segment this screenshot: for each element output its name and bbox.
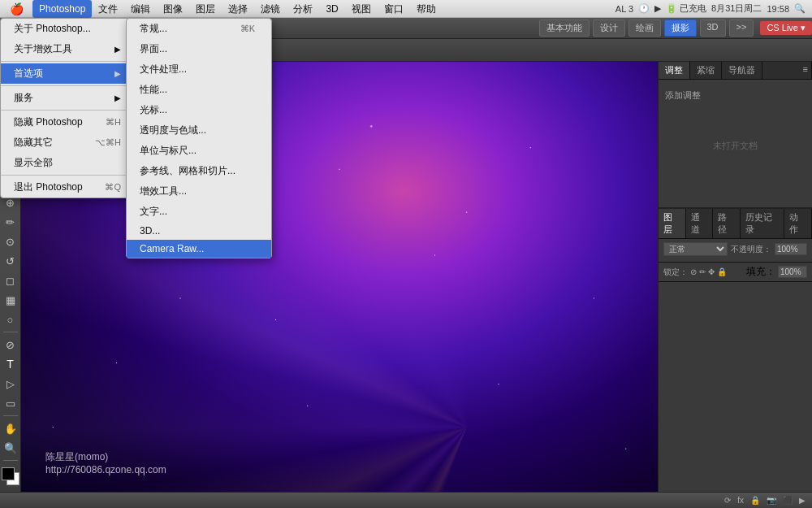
menu-filter[interactable]: 滤镜 <box>254 0 287 18</box>
panel-options-btn[interactable]: ≡ <box>797 62 812 79</box>
tab-channels[interactable]: 通道 <box>686 209 714 238</box>
menu-show-all[interactable]: 显示全部 <box>1 153 137 173</box>
status-icon-lock[interactable]: 🔒 <box>750 496 760 505</box>
tool-dodge[interactable]: ○ <box>2 310 19 328</box>
tab-actions[interactable]: 动作 <box>784 209 812 238</box>
workspace-basic[interactable]: 基本功能 <box>539 20 590 37</box>
menu-quit-ps[interactable]: 退出 Photoshop ⌘Q <box>1 177 137 198</box>
pref-guides[interactable]: 参考线、网格和切片... <box>127 161 271 181</box>
workspace-design[interactable]: 设计 <box>593 20 625 37</box>
menu-about-ps[interactable]: 关于 Photoshop... <box>1 19 137 39</box>
panel-content: 添加调整 未打开文档 <box>659 80 812 193</box>
status-right-icons: ⟳ fx 🔒 📷 ⬛ ▶ <box>724 496 806 505</box>
pref-performance[interactable]: 性能... <box>127 80 271 100</box>
tab-styles[interactable]: 紧缩 <box>690 62 722 79</box>
lock-move-icon[interactable]: ✥ <box>708 267 715 276</box>
menu-3d[interactable]: 3D <box>319 0 344 18</box>
wifi-icon: ▶ <box>654 3 661 14</box>
menu-services[interactable]: 服务 ▶ <box>1 88 137 108</box>
status-icon-fx[interactable]: fx <box>737 496 744 505</box>
tab-history[interactable]: 历史记录 <box>741 209 784 238</box>
date-display: 8月31日周二 <box>711 2 762 15</box>
status-icon-camera[interactable]: 📷 <box>767 496 776 505</box>
no-document-label: 未打开文档 <box>665 105 806 186</box>
workspace-3d[interactable]: 3D <box>700 20 726 37</box>
photoshop-menu-dropdown[interactable]: 关于 Photoshop... 关于增效工具 ▶ 首选项 ▶ 服务 ▶ 隐藏 P… <box>0 18 138 198</box>
al3-icon: AL 3 <box>615 4 633 14</box>
tool-path-select[interactable]: ▷ <box>2 375 19 393</box>
tool-hand[interactable]: ✋ <box>2 419 19 437</box>
panel-tabs: 调整 紧缩 导航器 ≡ <box>659 62 812 80</box>
cs-live-button[interactable]: CS Live ▾ <box>760 21 812 35</box>
tool-gradient[interactable]: ▦ <box>2 291 19 309</box>
tool-clone[interactable]: ⊙ <box>2 232 19 250</box>
battery-icon: 🔋 已充电 <box>666 2 706 15</box>
tool-type[interactable]: T <box>2 355 19 373</box>
tab-navigator[interactable]: 导航器 <box>722 62 762 79</box>
menu-layer[interactable]: 图层 <box>189 0 222 18</box>
lock-label: 锁定： <box>663 267 688 278</box>
fill-input[interactable] <box>778 266 807 278</box>
tool-zoom[interactable]: 🔍 <box>2 439 19 457</box>
opacity-input[interactable] <box>775 243 807 255</box>
blend-mode-select[interactable]: 正常 <box>663 242 728 256</box>
workspace-photography[interactable]: 摄影 <box>664 20 697 37</box>
tool-divider4 <box>3 415 18 416</box>
menu-edit[interactable]: 编辑 <box>124 0 157 18</box>
tool-brush[interactable]: ✏ <box>2 213 19 231</box>
search-icon[interactable]: 🔍 <box>794 3 806 14</box>
pref-general[interactable]: 常规... ⌘K <box>127 19 271 39</box>
tab-paths[interactable]: 路径 <box>713 209 741 238</box>
menubar-right: AL 3 🕐 ▶ 🔋 已充电 8月31日周二 19:58 🔍 <box>615 2 812 15</box>
status-icon-play[interactable]: ▶ <box>799 496 806 505</box>
pref-plugins[interactable]: 增效工具... <box>127 181 271 202</box>
menu-help[interactable]: 帮助 <box>410 0 443 18</box>
add-adjustment-button[interactable]: 添加调整 <box>665 86 806 105</box>
workspace-more[interactable]: >> <box>729 20 754 37</box>
tool-pen[interactable]: ⊘ <box>2 336 19 354</box>
menu-hide-ps[interactable]: 隐藏 Photoshop ⌘H <box>1 112 137 132</box>
menu-about-plugins[interactable]: 关于增效工具 ▶ <box>1 39 137 59</box>
opacity-label: 不透明度： <box>731 244 771 255</box>
lock-transparent-icon[interactable]: ⊘ <box>690 267 697 276</box>
menu-prefs[interactable]: 首选项 ▶ <box>1 63 137 84</box>
watermark-line2: http://760086.qzone.qq.com <box>45 464 166 475</box>
lock-paint-icon[interactable]: ✏ <box>699 267 706 276</box>
pref-cursors[interactable]: 光标... <box>127 100 271 120</box>
menu-photoshop[interactable]: Photoshop <box>32 0 92 18</box>
prefs-submenu[interactable]: 常规... ⌘K 界面... 文件处理... 性能... 光标... 透明度与色… <box>126 18 272 258</box>
menu-window[interactable]: 窗口 <box>378 0 410 18</box>
menu-select[interactable]: 选择 <box>222 0 254 18</box>
pref-camera-raw[interactable]: Camera Raw... <box>127 240 271 258</box>
pref-type[interactable]: 文字... <box>127 202 271 222</box>
color-swatches[interactable] <box>2 467 19 485</box>
pref-units[interactable]: 单位与标尺... <box>127 141 271 161</box>
watermark-line1: 陈星星(momo) <box>45 450 166 464</box>
adjustments-panel: 调整 紧缩 导航器 ≡ 添加调整 未打开文档 <box>659 62 812 208</box>
menu-hide-others[interactable]: 隐藏其它 ⌥⌘H <box>1 132 137 153</box>
status-icon-square[interactable]: ⬛ <box>783 496 793 505</box>
tab-layers[interactable]: 图层 <box>659 209 686 238</box>
divider3 <box>1 110 137 111</box>
mac-menubar: 🍎 Photoshop 文件 编辑 图像 图层 选择 滤镜 分析 3D 视图 窗… <box>0 0 812 18</box>
pref-file-handling[interactable]: 文件处理... <box>127 59 271 80</box>
apple-logo[interactable]: 🍎 <box>0 2 32 15</box>
status-icon-loop[interactable]: ⟳ <box>724 496 731 505</box>
tool-eraser[interactable]: ◻ <box>2 271 19 289</box>
tool-divider3 <box>3 332 18 332</box>
tool-shape[interactable]: ▭ <box>2 394 19 412</box>
workspace-painting[interactable]: 绘画 <box>628 20 661 37</box>
menu-file[interactable]: 文件 <box>92 0 124 18</box>
fg-color-swatch[interactable] <box>2 467 15 480</box>
lock-all-icon[interactable]: 🔒 <box>717 267 727 276</box>
tool-history-brush[interactable]: ↺ <box>2 252 19 270</box>
pref-interface[interactable]: 界面... <box>127 39 271 59</box>
pref-transparency[interactable]: 透明度与色域... <box>127 120 271 141</box>
pref-3d[interactable]: 3D... <box>127 222 271 240</box>
menu-image[interactable]: 图像 <box>157 0 189 18</box>
layer-tabs: 图层 通道 路径 历史记录 动作 <box>659 209 812 239</box>
menu-analysis[interactable]: 分析 <box>287 0 319 18</box>
layers-panel: 图层 通道 路径 历史记录 动作 正常 不透明度： 锁定： ⊘ ✏ ✥ 🔒 填充… <box>659 208 812 492</box>
menu-view[interactable]: 视图 <box>345 0 378 18</box>
tab-adjustments[interactable]: 调整 <box>659 62 690 79</box>
